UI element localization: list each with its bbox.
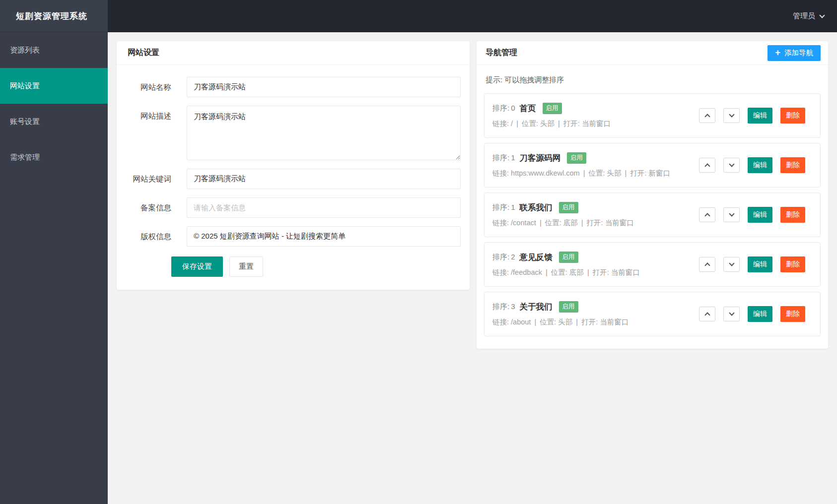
add-nav-button[interactable]: + 添加导航 <box>767 45 821 61</box>
add-nav-label: 添加导航 <box>784 48 813 58</box>
form-row-site-description: 网站描述 <box>129 106 461 160</box>
nav-manage-body: 提示: 可以拖拽调整排序 排序:0 首页 启用 链接: / | 位置: 头部 |… <box>477 65 828 349</box>
save-settings-button[interactable]: 保存设置 <box>171 256 223 277</box>
nav-item-feedback[interactable]: 排序:2 意见反馈 启用 链接: /feedback | 位置: 底部 | 打开… <box>484 242 821 287</box>
move-down-button[interactable] <box>723 158 740 173</box>
sidebar-item-account-settings[interactable]: 账号设置 <box>0 104 108 139</box>
delete-button[interactable]: 删除 <box>780 207 805 223</box>
nav-item-contact[interactable]: 排序:1 联系我们 启用 链接: /contact | 位置: 底部 | 打开:… <box>484 192 821 237</box>
nav-manage-header: 导航管理 + 添加导航 <box>477 41 828 65</box>
form-actions: 保存设置 重置 <box>171 256 461 277</box>
delete-button[interactable]: 删除 <box>780 256 805 272</box>
site-settings-title: 网站设置 <box>128 48 159 58</box>
chevron-up-icon <box>704 114 710 119</box>
form-row-site-name: 网站名称 <box>129 77 461 97</box>
nav-item-actions: 编辑 删除 <box>699 207 812 223</box>
site-settings-form: 网站名称 网站描述 网站关键词 备案信息 版权信息 保存设置 重 <box>117 65 470 290</box>
nav-item-meta: 链接: https:www.dkewl.com | 位置: 头部 | 打开: 新… <box>492 169 670 178</box>
delete-button[interactable]: 删除 <box>780 108 805 124</box>
nav-item-info: 排序:1 联系我们 启用 链接: /contact | 位置: 底部 | 打开:… <box>492 202 634 228</box>
nav-item-title: 联系我们 <box>520 202 553 213</box>
copyright-label: 版权信息 <box>129 226 171 242</box>
chevron-up-icon <box>704 163 710 169</box>
nav-item-info: 排序:0 首页 启用 链接: / | 位置: 头部 | 打开: 当前窗口 <box>492 103 611 128</box>
nav-item-actions: 编辑 删除 <box>699 157 812 173</box>
nav-item-sort: 排序:2 <box>492 252 515 262</box>
sidebar-item-demand-manage[interactable]: 需求管理 <box>0 139 108 175</box>
form-row-site-keywords: 网站关键词 <box>129 169 461 189</box>
delete-button[interactable]: 删除 <box>780 157 805 173</box>
nav-item-title: 刀客源码网 <box>520 153 561 164</box>
nav-item-home[interactable]: 排序:0 首页 启用 链接: / | 位置: 头部 | 打开: 当前窗口 <box>484 93 821 138</box>
chevron-down-icon <box>729 161 734 167</box>
reset-button[interactable]: 重置 <box>229 256 263 277</box>
site-name-label: 网站名称 <box>129 77 171 93</box>
topbar: 管理员 <box>108 0 837 32</box>
nav-item-meta: 链接: /feedback | 位置: 底部 | 打开: 当前窗口 <box>492 268 640 277</box>
nav-item-sort: 排序:0 <box>492 104 515 113</box>
nav-item-actions: 编辑 删除 <box>699 108 812 124</box>
move-down-button[interactable] <box>723 108 740 123</box>
nav-manage-panel: 导航管理 + 添加导航 提示: 可以拖拽调整排序 排序:0 首页 启用 链接: … <box>477 41 828 349</box>
nav-item-meta: 链接: /about | 位置: 头部 | 打开: 当前窗口 <box>492 317 628 327</box>
chevron-down-icon <box>819 12 825 18</box>
nav-item-title: 首页 <box>520 103 536 114</box>
nav-item-dkewl[interactable]: 排序:1 刀客源码网 启用 链接: https:www.dkewl.com | … <box>484 143 821 188</box>
move-up-button[interactable] <box>699 307 715 321</box>
site-settings-header: 网站设置 <box>117 41 470 65</box>
move-down-button[interactable] <box>723 207 740 222</box>
move-down-button[interactable] <box>723 307 740 321</box>
move-up-button[interactable] <box>699 257 715 272</box>
nav-item-sort: 排序:1 <box>492 153 515 163</box>
nav-item-info: 排序:1 刀客源码网 启用 链接: https:www.dkewl.com | … <box>492 152 670 178</box>
move-up-button[interactable] <box>699 108 715 123</box>
site-name-input[interactable] <box>187 77 461 97</box>
chevron-up-icon <box>704 213 710 218</box>
edit-button[interactable]: 编辑 <box>748 256 772 272</box>
chevron-down-icon <box>729 310 734 315</box>
sidebar-item-resource-list[interactable]: 资源列表 <box>0 32 108 68</box>
nav-item-sort: 排序:3 <box>492 302 515 312</box>
edit-button[interactable]: 编辑 <box>748 157 772 173</box>
site-description-label: 网站描述 <box>129 106 171 122</box>
edit-button[interactable]: 编辑 <box>748 207 772 223</box>
site-keywords-input[interactable] <box>187 169 461 189</box>
plus-icon: + <box>775 48 780 57</box>
move-up-button[interactable] <box>699 158 715 173</box>
chevron-down-icon <box>729 260 734 266</box>
nav-item-title: 关于我们 <box>520 302 553 313</box>
nav-item-info: 排序:2 意见反馈 启用 链接: /feedback | 位置: 底部 | 打开… <box>492 252 640 277</box>
status-badge: 启用 <box>559 202 578 213</box>
move-down-button[interactable] <box>723 257 740 272</box>
nav-item-meta: 链接: /contact | 位置: 底部 | 打开: 当前窗口 <box>492 218 634 228</box>
user-name: 管理员 <box>793 11 815 21</box>
status-badge: 启用 <box>567 152 586 164</box>
form-row-copyright: 版权信息 <box>129 226 461 247</box>
chevron-up-icon <box>704 312 710 317</box>
icp-input[interactable] <box>187 197 461 218</box>
edit-button[interactable]: 编辑 <box>748 108 772 124</box>
edit-button[interactable]: 编辑 <box>748 306 772 322</box>
site-settings-panel: 网站设置 网站名称 网站描述 网站关键词 备案信息 版权信息 <box>117 41 470 290</box>
sidebar-menu: 资源列表 网站设置 账号设置 需求管理 <box>0 32 108 175</box>
sidebar: 短剧资源管理系统 资源列表 网站设置 账号设置 需求管理 <box>0 0 108 504</box>
drag-hint: 提示: 可以拖拽调整排序 <box>484 75 821 85</box>
site-description-textarea[interactable] <box>187 106 461 160</box>
main-content: 网站设置 网站名称 网站描述 网站关键词 备案信息 版权信息 <box>108 32 837 504</box>
move-up-button[interactable] <box>699 207 715 222</box>
form-row-icp: 备案信息 <box>129 197 461 218</box>
nav-item-info: 排序:3 关于我们 启用 链接: /about | 位置: 头部 | 打开: 当… <box>492 301 628 327</box>
chevron-up-icon <box>704 262 710 268</box>
nav-item-sort: 排序:1 <box>492 203 515 212</box>
delete-button[interactable]: 删除 <box>780 306 805 322</box>
chevron-down-icon <box>729 211 734 216</box>
nav-manage-title: 导航管理 <box>486 48 517 58</box>
copyright-input[interactable] <box>187 226 461 247</box>
nav-item-meta: 链接: / | 位置: 头部 | 打开: 当前窗口 <box>492 119 611 128</box>
app-title: 短剧资源管理系统 <box>0 0 108 32</box>
sidebar-item-site-settings[interactable]: 网站设置 <box>0 68 108 104</box>
status-badge: 启用 <box>543 103 562 114</box>
status-badge: 启用 <box>559 252 578 263</box>
nav-item-about[interactable]: 排序:3 关于我们 启用 链接: /about | 位置: 头部 | 打开: 当… <box>484 292 821 336</box>
user-menu[interactable]: 管理员 <box>793 11 824 21</box>
